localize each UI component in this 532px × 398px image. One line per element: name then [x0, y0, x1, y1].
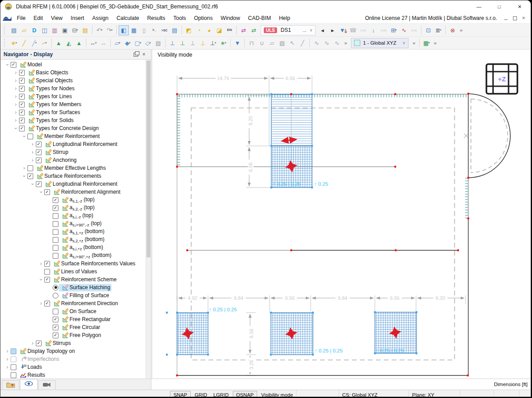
tree-item-a-s-i-z[interactable]: as,i,-z (top): [0, 212, 146, 220]
dropdown-arrow-icon[interactable]: ▾: [15, 41, 17, 45]
export-transfer-button[interactable]: ⇄: [249, 25, 259, 35]
checkbox-unchecked[interactable]: [44, 269, 50, 275]
tree-item-a-s-1-z[interactable]: ✓as,1,-z (top): [0, 196, 146, 204]
expander-right-icon[interactable]: ›: [12, 118, 19, 123]
graphics-canvas[interactable]: Visibility mode: [153, 50, 531, 379]
checkbox-checked[interactable]: ✓: [36, 149, 42, 155]
dropdown-arrow-icon[interactable]: ▾: [139, 41, 141, 45]
result-table-manager-button[interactable]: ▦▾: [421, 38, 432, 48]
nodal-support-button[interactable]: ⊥: [167, 38, 177, 48]
checkbox-checked[interactable]: ✓: [19, 118, 25, 123]
expander-right-icon[interactable]: ›: [12, 70, 19, 76]
dimension-button[interactable]: ↔▾: [88, 38, 98, 48]
navigator-float-button[interactable]: [132, 50, 140, 58]
tree-item-a-s-2-z[interactable]: ✓as,2,-z (top): [0, 204, 146, 212]
shear-panel-button[interactable]: ╱: [297, 38, 308, 48]
tree-item-reinforcement-scheme[interactable]: ›✓Reinforcement Scheme: [0, 276, 146, 283]
redo-button[interactable]: ↷▾: [104, 25, 115, 35]
coordinate-system-selector[interactable]: 1 - Global XYZ∨: [351, 38, 409, 48]
tree-item-types-for-nodes[interactable]: ›✓Types for Nodes: [0, 84, 146, 92]
dimension-values-button[interactable]: ↔: [98, 38, 108, 48]
show-results-button[interactable]: ☎: [348, 25, 358, 35]
member-elastic-button[interactable]: ⊥▾: [208, 38, 218, 48]
checkbox-checked[interactable]: ✓: [19, 102, 25, 107]
display-navigator-tab[interactable]: [20, 379, 38, 390]
navigator-scrollbar[interactable]: [146, 60, 151, 379]
expander-down-icon[interactable]: ›: [13, 125, 19, 132]
close-button[interactable]: ×: [509, 1, 530, 12]
en-snap-button[interactable]: EN: [224, 25, 235, 35]
dropdown-arrow-icon[interactable]: ▾: [45, 41, 47, 45]
mdi-restore-button[interactable]: [510, 15, 519, 22]
dropdown-arrow-icon[interactable]: ▾: [225, 41, 227, 45]
checkbox-checked[interactable]: ✓: [36, 341, 42, 346]
release-shear-button[interactable]: ∿: [322, 38, 332, 48]
import-transfer-button[interactable]: ⇄: [239, 25, 249, 35]
expander-right-icon[interactable]: ›: [38, 261, 44, 267]
menu-view[interactable]: View: [47, 15, 66, 21]
insert-surface-button[interactable]: ▱▾: [112, 38, 123, 48]
checkbox-unchecked[interactable]: [53, 213, 58, 219]
tables-panel-toggle[interactable]: ▦: [129, 25, 139, 35]
dropdown-arrow-icon[interactable]: ▾: [35, 41, 37, 45]
radio-unselected[interactable]: [53, 293, 58, 298]
checkbox-unchecked[interactable]: [53, 245, 58, 251]
navigator-panel-toggle[interactable]: ◧: [119, 25, 129, 35]
dropdown-arrow-icon[interactable]: ▾: [440, 28, 442, 32]
tree-item-basic-objects[interactable]: ›✓Basic Objects: [0, 69, 146, 77]
insert-line-button[interactable]: ╱: [19, 38, 29, 48]
dropdown-arrow-icon[interactable]: ▾: [149, 41, 151, 45]
expander-right-icon[interactable]: ›: [29, 341, 36, 346]
tree-item-special-objects[interactable]: ›✓Special Objects: [0, 77, 146, 84]
tree-item-free-circular[interactable]: ✓Free Circular: [0, 323, 146, 331]
menu-tools[interactable]: Tools: [169, 15, 190, 21]
result-diagrams-button[interactable]: ∿: [399, 25, 409, 35]
minimize-button[interactable]: —: [469, 1, 489, 12]
expander-right-icon[interactable]: ›: [21, 165, 27, 171]
insert-nurbs-button[interactable]: ◇▾: [143, 38, 153, 48]
insert-polyline-button[interactable]: ⌐▾: [39, 38, 50, 48]
filter-results-button[interactable]: ▼×▾: [338, 25, 348, 35]
load-values-button[interactable]: x.xx: [378, 25, 389, 35]
tree-item-display-topology-on[interactable]: ›Display Topology on: [0, 347, 146, 355]
expander-down-icon[interactable]: ›: [21, 173, 27, 180]
scrollbar-thumb[interactable]: [146, 61, 150, 257]
menu-edit[interactable]: Edit: [30, 15, 47, 21]
checkbox-checked[interactable]: ✓: [53, 325, 58, 330]
more-button[interactable]: ...: [302, 27, 306, 33]
print-button[interactable]: ⊟▾: [70, 25, 80, 35]
maximize-button[interactable]: □: [489, 1, 509, 12]
expander-down-icon[interactable]: ›: [21, 133, 27, 140]
menu-help[interactable]: Help: [275, 15, 294, 21]
checkbox-unchecked[interactable]: [53, 253, 58, 259]
load-combination-selector[interactable]: ULSDS1...∨: [261, 25, 316, 35]
tree-item-anchoring[interactable]: ›✓Anchoring: [0, 156, 146, 164]
previous-loadcase-button[interactable]: ◂: [317, 25, 328, 35]
tree-item-filling-of-surface[interactable]: Filling of Surface: [0, 291, 146, 299]
menu-cad-bim[interactable]: CAD-BIM: [244, 15, 275, 21]
tree-item-surface-hatching[interactable]: Surface Hatching: [0, 283, 146, 291]
checkbox-unchecked[interactable]: [53, 309, 58, 314]
tree-item-stirrups[interactable]: ›✓Stirrups: [0, 339, 146, 347]
insert-solid-button[interactable]: ◆▾: [123, 38, 133, 48]
insert-line-type-button[interactable]: ╱▾: [29, 38, 39, 48]
result-tables-button[interactable]: ⊞▾: [389, 25, 399, 35]
checkbox-unchecked[interactable]: [53, 229, 58, 235]
checkbox-unchecked[interactable]: [53, 237, 58, 243]
insert-member-group-button[interactable]: ▲: [74, 38, 84, 48]
new-report-button[interactable]: ▤: [80, 25, 90, 35]
tree-item-types-for-members[interactable]: ›✓Types for Members: [0, 100, 146, 108]
checkbox-checked[interactable]: ✓: [19, 110, 25, 115]
release-moment-button[interactable]: ∿: [332, 38, 342, 48]
expander-right-icon[interactable]: ›: [38, 301, 44, 306]
dropdown-arrow-icon[interactable]: ▾: [395, 28, 397, 32]
model-network-button[interactable]: ◫: [39, 25, 50, 35]
menu-calculate[interactable]: Calculate: [112, 15, 143, 21]
tree-item-types-for-lines[interactable]: ›✓Types for Lines: [0, 92, 146, 100]
tree-item-types-for-solids[interactable]: ›✓Types for Solids: [0, 116, 146, 124]
checkbox-unchecked[interactable]: [27, 165, 33, 171]
navigator-close-button[interactable]: ×: [140, 50, 148, 58]
script-console-button[interactable]: >SC: [159, 25, 170, 35]
clipping-box-button[interactable]: ▧: [277, 38, 287, 48]
checkbox-checked[interactable]: ✓: [44, 189, 50, 195]
